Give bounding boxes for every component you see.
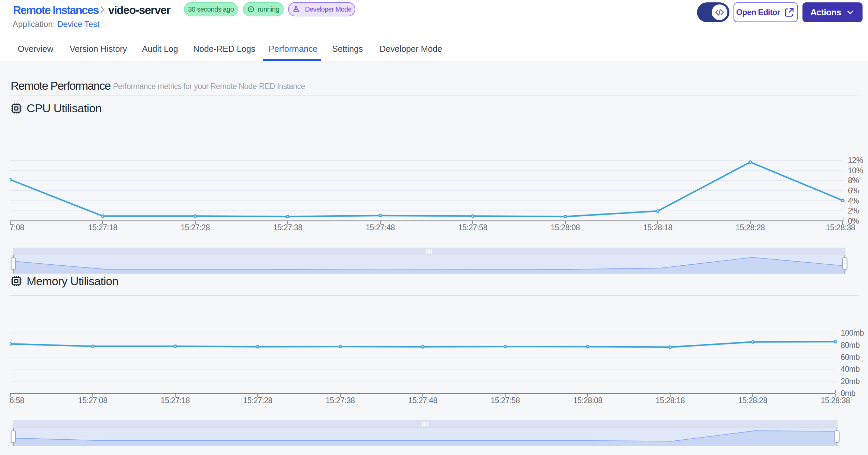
svg-text:0%: 0% [848,217,859,225]
svg-text:15:27:58: 15:27:58 [458,223,487,232]
svg-text:7:08: 7:08 [10,223,24,232]
svg-text:6%: 6% [848,186,859,195]
svg-text:15:27:58: 15:27:58 [490,396,520,405]
svg-text:6:58: 6:58 [10,396,24,405]
svg-text:10%: 10% [848,166,863,175]
svg-text:100mb: 100mb [841,328,864,337]
svg-text:15:28:28: 15:28:28 [738,396,768,405]
svg-text:15:27:48: 15:27:48 [408,396,438,405]
svg-text:15:27:38: 15:27:38 [326,396,355,405]
svg-text:15:27:48: 15:27:48 [366,223,395,232]
svg-text:15:28:18: 15:28:18 [643,223,672,232]
svg-text:60mb: 60mb [841,353,860,362]
svg-text:4%: 4% [848,196,859,205]
svg-text:15:27:28: 15:27:28 [181,223,210,232]
svg-text:15:28:08: 15:28:08 [573,396,602,405]
svg-text:15:27:28: 15:27:28 [243,396,272,405]
svg-text:12%: 12% [848,156,863,165]
svg-text:2%: 2% [848,206,859,215]
svg-text:15:27:38: 15:27:38 [273,223,302,232]
svg-text:20mb: 20mb [841,377,860,386]
svg-text:8%: 8% [848,176,859,185]
svg-text:15:28:08: 15:28:08 [551,223,580,232]
svg-text:15:27:18: 15:27:18 [161,396,190,405]
svg-text:15:27:08: 15:27:08 [78,396,108,405]
svg-text:15:28:18: 15:28:18 [656,396,685,405]
svg-text:80mb: 80mb [841,341,860,350]
svg-text:15:28:28: 15:28:28 [736,223,765,232]
svg-text:40mb: 40mb [841,365,860,373]
svg-text:15:27:18: 15:27:18 [88,223,117,232]
svg-text:0mb: 0mb [841,389,855,398]
